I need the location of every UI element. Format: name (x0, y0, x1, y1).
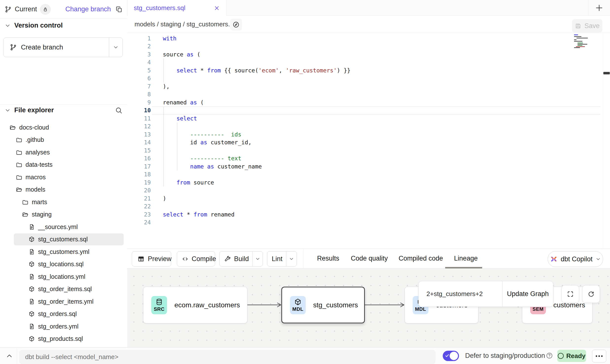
ready-status-badge[interactable]: Ready (557, 350, 586, 362)
node-type-badge: MDL (292, 306, 304, 312)
save-button[interactable]: Save (572, 19, 602, 33)
tree-item-analyses[interactable]: analyses (0, 146, 127, 159)
line-number: 13 (127, 131, 151, 139)
tree-item-stg-locations-yml[interactable]: stg_locations.yml (0, 270, 127, 283)
file-explorer-header[interactable]: File explorer (4, 106, 54, 114)
line-number: 21 (127, 195, 151, 203)
tree-item-label: staging (32, 211, 52, 218)
folder-icon (16, 136, 22, 143)
tree-item-staging[interactable]: staging (0, 208, 127, 221)
build-button[interactable]: Build (219, 251, 263, 266)
lineage-node-stg-customers[interactable]: MDLstg_customers (281, 287, 365, 323)
create-branch-button[interactable]: Create branch (3, 37, 123, 57)
code-editor[interactable]: 123456789101112131415161718192021222324 … (127, 33, 610, 248)
lint-label: Lint (272, 255, 283, 263)
code-line: select * from renamed (163, 211, 351, 219)
copilot-label: dbt Copilot (561, 255, 593, 263)
create-branch-dropdown[interactable] (109, 38, 122, 57)
current-branch-label: Current (15, 5, 37, 13)
line-number: 11 (127, 115, 151, 123)
more-options-button[interactable] (592, 350, 606, 363)
fullscreen-button[interactable] (561, 285, 579, 303)
chevron-down-icon (113, 44, 119, 50)
help-icon[interactable] (546, 352, 553, 359)
git-branch-icon (4, 6, 12, 13)
change-branch-link[interactable]: Change branch (65, 5, 111, 13)
tree-item--github[interactable]: .github (0, 134, 127, 146)
new-tab-button[interactable] (595, 3, 604, 12)
tree-item-stg-products-sql[interactable]: stg_products.sql (0, 333, 127, 345)
compass-icon (232, 21, 240, 28)
tree-item-label: data-tests (26, 161, 53, 168)
tab-stg-customers-sql[interactable]: stg_customers.sql (127, 0, 227, 16)
version-control-header[interactable]: Version control (4, 22, 63, 29)
defer-toggle[interactable] (443, 351, 459, 361)
section-divider (0, 104, 127, 105)
tree-item-stg-order-items-yml[interactable]: stg_order_items.yml (0, 295, 127, 308)
tree-item--sources-yml[interactable]: __sources.yml (0, 221, 127, 233)
minimap[interactable] (574, 34, 594, 50)
tree-item-stg-orders-yml[interactable]: stg_orders.yml (0, 320, 127, 333)
model-icon (28, 286, 35, 292)
tab-results[interactable]: Results (317, 255, 339, 262)
tree-item-marts[interactable]: marts (0, 196, 127, 208)
lineage-panel[interactable]: SRCecom.raw_customersMDLstg_customersMDL… (127, 268, 610, 347)
branch-lock-badge (40, 4, 51, 15)
lineage-node-ecom-raw-customers[interactable]: SRCecom.raw_customers (143, 287, 247, 323)
build-dropdown[interactable] (253, 251, 263, 266)
dbt-copilot-button[interactable]: dbt Copilot (548, 251, 603, 267)
node-type-tile: SRC (151, 296, 167, 314)
line-number: 20 (127, 186, 151, 195)
model-icon (28, 236, 35, 243)
lint-button[interactable]: Lint (267, 251, 297, 266)
ready-label: Ready (566, 352, 585, 360)
status-bar: dbt build --select <model_name> Defer to… (0, 347, 610, 364)
line-number: 2 (127, 42, 151, 50)
create-branch-main[interactable]: Create branch (4, 38, 109, 57)
code-line: with (163, 34, 351, 43)
copy-icon[interactable] (115, 6, 123, 13)
toggle-knob (450, 352, 458, 360)
tab-lineage[interactable]: Lineage (454, 255, 478, 262)
command-input[interactable]: dbt build --select <model_name> (19, 350, 436, 364)
branch-bar: Current Change branch (0, 0, 127, 19)
breadcrumb: models / staging / stg_customers.sql (135, 20, 238, 28)
model-icon (28, 311, 35, 317)
dbt-cloud-ide: Current Change branch Version control Cr… (0, 0, 610, 364)
tree-item-models[interactable]: models (0, 183, 127, 196)
line-number: 8 (127, 90, 151, 99)
update-graph-button[interactable]: Update Graph (502, 281, 553, 307)
close-icon[interactable] (214, 5, 220, 11)
chevron-up-icon[interactable] (5, 352, 13, 360)
tree-item-docs-cloud[interactable]: docs-cloud (0, 121, 127, 134)
line-number: 14 (127, 138, 151, 147)
code-line (163, 74, 351, 83)
compile-button[interactable]: Compile (177, 251, 215, 266)
code-line (163, 42, 351, 50)
line-number: 5 (127, 66, 151, 75)
line-number: 22 (127, 202, 151, 211)
tree-item-stg-customers-sql[interactable]: stg_customers.sql (0, 233, 127, 246)
tree-item-macros[interactable]: macros (0, 171, 127, 183)
preview-button[interactable]: Preview (132, 251, 171, 266)
scrollbar-thumb[interactable] (603, 72, 610, 74)
table-icon (137, 255, 145, 263)
tree-item-stg-orders-sql[interactable]: stg_orders.sql (0, 308, 127, 320)
tree-item-stg-locations-sql[interactable]: stg_locations.sql (0, 258, 127, 271)
search-icon[interactable] (115, 106, 123, 114)
tab-compiled-code[interactable]: Compiled code (399, 255, 443, 262)
lint-dropdown[interactable] (286, 251, 297, 266)
copilot-compass-button[interactable] (230, 19, 242, 31)
tree-item-stg-order-items-sql[interactable]: stg_order_items.sql (0, 283, 127, 296)
code-line: select * from {{ source('ecom', 'raw_cus… (163, 66, 351, 75)
tab-code-quality[interactable]: Code quality (351, 255, 388, 262)
line-number: 15 (127, 147, 151, 155)
tree-item-stg-customers-yml[interactable]: stg_customers.yml (0, 246, 127, 258)
code-line: ---------- text (163, 154, 351, 163)
refresh-button[interactable] (582, 285, 600, 303)
code-content[interactable]: with source as ( select * from {{ source… (163, 34, 351, 227)
node-type-badge: SEM (533, 306, 544, 312)
lineage-selector-input[interactable]: 2+stg_customers+2 (419, 281, 502, 307)
tree-item-data-tests[interactable]: data-tests (0, 159, 127, 171)
sidebar: Current Change branch Version control Cr… (0, 0, 127, 347)
